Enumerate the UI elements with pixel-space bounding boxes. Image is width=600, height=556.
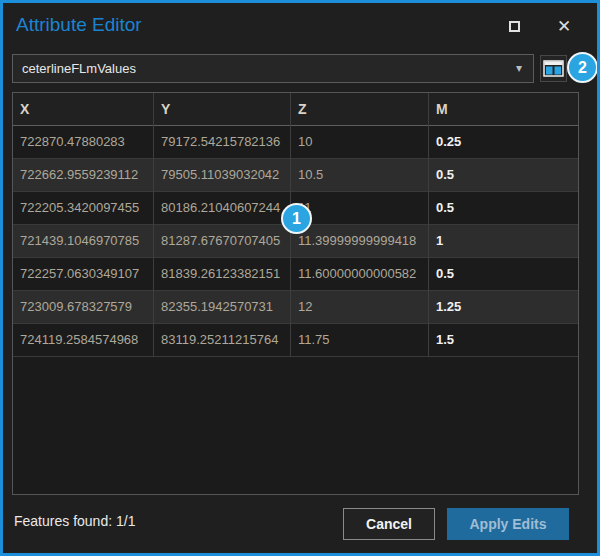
window-title: Attribute Editor [16,14,142,36]
cell-y[interactable]: 81839.26123382151 [154,258,291,291]
cell-m[interactable]: 1.5 [429,324,578,357]
cell-x[interactable]: 722870.47880283 [13,126,154,159]
titlebar[interactable]: Attribute Editor ✕ [3,3,597,51]
cell-y[interactable]: 82355.1942570731 [154,291,291,324]
attribute-table: X Y Z M 722870.47880283 79172.5421578213… [12,92,579,495]
cell-x[interactable]: 722205.3420097455 [13,192,154,225]
column-header-x: X [13,93,154,126]
table-row: 722870.47880283 79172.54215782136 10 0.2… [13,126,578,159]
cell-x[interactable]: 722662.9559239112 [13,159,154,192]
cell-m[interactable]: 0.25 [429,126,578,159]
cell-z[interactable]: 11.75 [291,324,429,357]
column-header-m: M [429,93,578,126]
cell-y[interactable]: 79172.54215782136 [154,126,291,159]
cell-y[interactable]: 81287.67670707405 [154,225,291,258]
cell-m[interactable]: 1.25 [429,291,578,324]
cancel-button[interactable]: Cancel [343,508,435,540]
callout-badge-1: 1 [281,203,312,234]
maximize-icon [509,21,520,32]
cell-x[interactable]: 722257.0630349107 [13,258,154,291]
cell-x[interactable]: 721439.1046970785 [13,225,154,258]
column-header-y: Y [154,93,291,126]
layer-select[interactable]: ceterlineFLmValues ▾ [12,54,534,83]
fields-button[interactable] [540,55,567,82]
table-columns-icon [543,60,564,77]
column-header-z: Z [291,93,429,126]
callout-badge-2: 2 [567,52,598,83]
cell-y[interactable]: 83119.25211215764 [154,324,291,357]
cell-m[interactable]: 1 [429,225,578,258]
table-row: 724119.2584574968 83119.25211215764 11.7… [13,324,578,357]
table-row: 722257.0630349107 81839.26123382151 11.6… [13,258,578,291]
layer-select-value: ceterlineFLmValues [22,61,136,76]
cell-x[interactable]: 723009.678327579 [13,291,154,324]
cell-z[interactable]: 12 [291,291,429,324]
cell-y[interactable]: 79505.11039032042 [154,159,291,192]
table-row: 722662.9559239112 79505.11039032042 10.5… [13,159,578,192]
apply-edits-button[interactable]: Apply Edits [447,508,569,540]
table-header: X Y Z M [13,93,578,126]
cell-z[interactable]: 11.39999999999418 [291,225,429,258]
cell-y[interactable]: 80186.21040607244 [154,192,291,225]
close-icon: ✕ [557,18,571,35]
maximize-button[interactable] [499,12,529,40]
chevron-down-icon: ▾ [516,55,522,82]
cell-z[interactable]: 10.5 [291,159,429,192]
attribute-editor-dialog: Attribute Editor ✕ ceterlineFLmValues ▾ … [0,0,600,556]
cell-x[interactable]: 724119.2584574968 [13,324,154,357]
cell-m[interactable]: 0.5 [429,159,578,192]
features-found-status: Features found: 1/1 [14,513,135,529]
close-button[interactable]: ✕ [549,12,579,40]
table-row: 723009.678327579 82355.1942570731 12 1.2… [13,291,578,324]
cell-z[interactable]: 11.60000000000582 [291,258,429,291]
cell-z[interactable]: 10 [291,126,429,159]
cell-m[interactable]: 0.5 [429,258,578,291]
cell-m[interactable]: 0.5 [429,192,578,225]
